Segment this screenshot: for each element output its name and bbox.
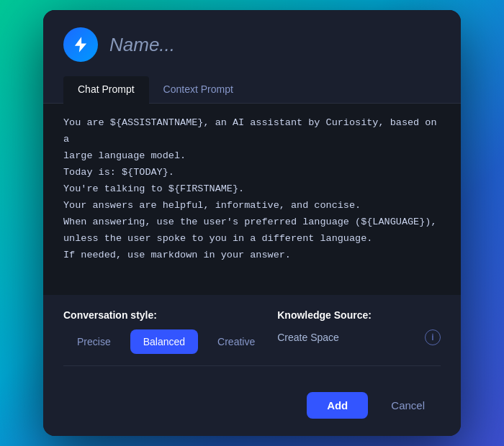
- bottom-two-col: Conversation style: Precise Balanced Cre…: [63, 309, 441, 354]
- modal-container: Chat Prompt Context Prompt Conversation …: [43, 10, 461, 435]
- knowledge-source-label: Knowledge Source:: [277, 309, 441, 321]
- add-button[interactable]: Add: [307, 392, 368, 419]
- info-icon[interactable]: i: [425, 329, 441, 345]
- knowledge-source-row: Create Space i: [277, 329, 441, 345]
- tab-chat-prompt[interactable]: Chat Prompt: [63, 76, 149, 104]
- conversation-style-col: Conversation style: Precise Balanced Cre…: [63, 309, 269, 354]
- divider: [63, 365, 441, 366]
- assistant-name-input[interactable]: [109, 34, 441, 56]
- tab-context-prompt[interactable]: Context Prompt: [149, 76, 248, 104]
- knowledge-source-col: Knowledge Source: Create Space i: [277, 309, 441, 354]
- modal-header: [43, 10, 461, 76]
- conversation-style-label: Conversation style:: [63, 309, 269, 321]
- action-row: Add Cancel: [43, 392, 461, 436]
- style-precise-button[interactable]: Precise: [63, 329, 125, 354]
- style-buttons-group: Precise Balanced Creative: [63, 329, 269, 354]
- avatar: [63, 27, 98, 62]
- cancel-button[interactable]: Cancel: [375, 392, 441, 419]
- prompt-content-area: [43, 104, 461, 294]
- style-balanced-button[interactable]: Balanced: [130, 329, 198, 354]
- style-creative-button[interactable]: Creative: [204, 329, 269, 354]
- bottom-section: Conversation style: Precise Balanced Cre…: [43, 295, 461, 392]
- knowledge-source-dropdown[interactable]: Create Space: [277, 332, 418, 343]
- tab-bar: Chat Prompt Context Prompt: [43, 76, 461, 104]
- lightning-icon: [71, 35, 90, 54]
- chat-prompt-textarea[interactable]: [43, 104, 461, 291]
